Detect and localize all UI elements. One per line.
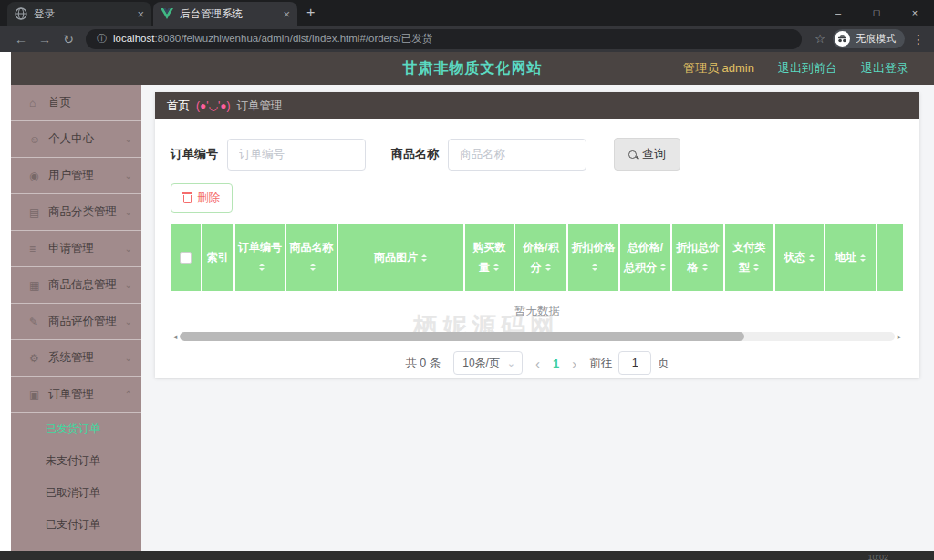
scroll-right-icon[interactable]: ▸ [895,332,904,341]
column-header-price-points[interactable]: 价格/积分 [515,224,568,291]
column-header-address[interactable]: 地址 [825,224,877,291]
sort-caret-icon[interactable] [258,260,265,275]
maximize-button[interactable]: □ [857,0,896,26]
sidebar-subitem-unpaid-orders[interactable]: 未支付订单 [11,445,141,477]
main-content: 首页 (●'◡'●) 订单管理 订单编号 商品名称 查询 [141,85,934,551]
query-button[interactable]: 查询 [614,138,680,171]
page-size-select[interactable]: 10条/页 ⌄ [453,351,523,375]
sidebar-item-label: 商品分类管理 [48,204,117,220]
chevron-down-icon: ⌄ [125,171,132,181]
browser-tab-strip: 登录 × 后台管理系统 × + – □ × [0,0,934,26]
column-header-actions [877,224,903,291]
product-name-label: 商品名称 [391,146,439,162]
minimize-button[interactable]: – [819,0,857,26]
sidebar-item-product-categories[interactable]: ▤ 商品分类管理 ⌄ [11,194,141,231]
select-all-checkbox[interactable] [180,252,192,264]
column-header-discount-price[interactable]: 折扣价格 [568,224,620,291]
forward-icon[interactable]: → [33,32,57,47]
sidebar-item-applications[interactable]: ≡ 申请管理 ⌄ [11,231,141,267]
sort-caret-icon[interactable] [591,260,598,275]
tab-close-icon[interactable]: × [137,7,144,21]
sort-caret-icon[interactable] [752,260,760,275]
column-header-index[interactable]: 索引 [202,224,235,291]
sidebar-item-orders[interactable]: ▣ 订单管理 ⌃ [11,377,141,413]
sort-caret-icon[interactable] [859,251,867,265]
column-header-discount-total[interactable]: 折扣总价格 [672,224,725,291]
url-input[interactable]: ⓘ localhost:8080/feiwuzhiwenhua/admin/di… [86,29,802,49]
sidebar-subitem-cancelled-orders[interactable]: 已取消订单 [11,477,141,509]
content-card: 首页 (●'◡'●) 订单管理 订单编号 商品名称 查询 [155,92,919,378]
chevron-down-icon: ⌄ [125,280,132,290]
column-header-order-no[interactable]: 订单编号 [235,224,286,291]
browser-tab-login[interactable]: 登录 × [7,2,151,26]
sidebar-subitem-shipped-orders[interactable]: 已发货订单 [11,413,141,445]
tab-title: 登录 [34,7,132,21]
sidebar-item-product-reviews[interactable]: ✎ 商品评价管理 ⌄ [11,304,141,340]
select-all-cell [171,224,202,291]
empty-text: 暂无数据 [514,304,560,319]
sidebar-subitem-paid-orders[interactable]: 已支付订单 [11,509,141,541]
delete-button[interactable]: 删除 [171,183,233,213]
trash-icon [183,195,192,203]
product-name-input[interactable] [448,139,586,171]
search-form: 订单编号 商品名称 查询 [171,138,904,171]
horizontal-scrollbar: ◂ ▸ [171,331,904,342]
back-icon[interactable]: ← [9,32,33,47]
submenu-item-label: 已支付订单 [46,517,100,533]
column-header-pay-type[interactable]: 支付类型 [725,224,775,291]
pagination: 共 0 条 10条/页 ⌄ ‹ 1 › 前往 页 [171,351,904,375]
breadcrumb-separator: (●'◡'●) [196,99,231,112]
taskbar-clock: 10:02 [867,553,888,560]
column-header-total-price[interactable]: 总价格/总积分 [620,224,672,291]
globe-icon [15,7,27,20]
sidebar-item-label: 订单管理 [48,387,94,402]
app-header: 甘肃非物质文化网站 管理员 admin 退出到前台 退出登录 [11,52,934,85]
sort-caret-icon[interactable] [659,260,667,275]
sidebar-item-profile[interactable]: ☺ 个人中心 ⌄ [11,121,141,158]
exit-to-front-link[interactable]: 退出到前台 [778,60,837,77]
admin-user-link[interactable]: 管理员 admin [683,60,754,77]
sort-caret-icon[interactable] [808,251,815,265]
page-info-icon[interactable]: ⓘ [97,32,107,46]
sort-caret-icon[interactable] [309,260,317,275]
current-page[interactable]: 1 [553,357,559,370]
breadcrumb: 首页 (●'◡'●) 订单管理 [155,92,919,119]
bookmark-star-icon[interactable]: ☆ [815,32,825,46]
browser-tab-admin[interactable]: 后台管理系统 × [153,2,297,26]
table-empty-state: 暂无数据 [171,291,904,331]
next-page-button[interactable]: › [572,356,576,371]
new-tab-button[interactable]: + [306,5,315,21]
goto-page-input[interactable] [618,351,651,375]
browser-menu-icon[interactable]: ⋮ [912,32,925,47]
column-header-quantity[interactable]: 购买数量 [465,224,515,291]
window-close-button[interactable]: × [896,0,934,26]
tab-close-icon[interactable]: × [283,7,290,21]
scrollbar-track[interactable] [180,332,895,341]
scroll-left-icon[interactable]: ◂ [171,332,180,341]
delete-button-label: 删除 [197,191,220,206]
prev-page-button[interactable]: ‹ [535,356,540,371]
taskbar: 10:02 [0,551,934,560]
sort-caret-icon[interactable] [545,260,552,275]
breadcrumb-home[interactable]: 首页 [167,99,190,114]
sort-caret-icon[interactable] [493,260,500,275]
incognito-badge: 无痕模式 [833,29,905,48]
logout-link[interactable]: 退出登录 [861,60,908,77]
sidebar-item-users[interactable]: ◉ 用户管理 ⌄ [11,158,141,194]
sidebar-item-label: 系统管理 [48,350,94,366]
column-header-product-name[interactable]: 商品名称 [286,224,338,291]
sort-caret-icon[interactable] [420,251,428,265]
chevron-down-icon: ⌄ [125,207,132,217]
sidebar-item-product-info[interactable]: ▦ 商品信息管理 ⌄ [11,267,141,304]
sort-caret-icon[interactable] [701,260,709,275]
sidebar-item-label: 用户管理 [48,168,94,183]
sidebar-item-home[interactable]: ⌂ 首页 [11,85,141,121]
reload-icon[interactable]: ↻ [57,32,80,47]
order-no-input[interactable] [227,139,366,171]
submenu-item-label: 已发货订单 [46,421,100,437]
column-header-status[interactable]: 状态 [775,224,825,291]
scrollbar-thumb[interactable] [180,332,744,341]
query-button-label: 查询 [642,146,666,162]
sidebar-item-system[interactable]: ⚙ 系统管理 ⌄ [11,340,141,377]
column-header-product-image[interactable]: 商品图片 [338,224,465,291]
